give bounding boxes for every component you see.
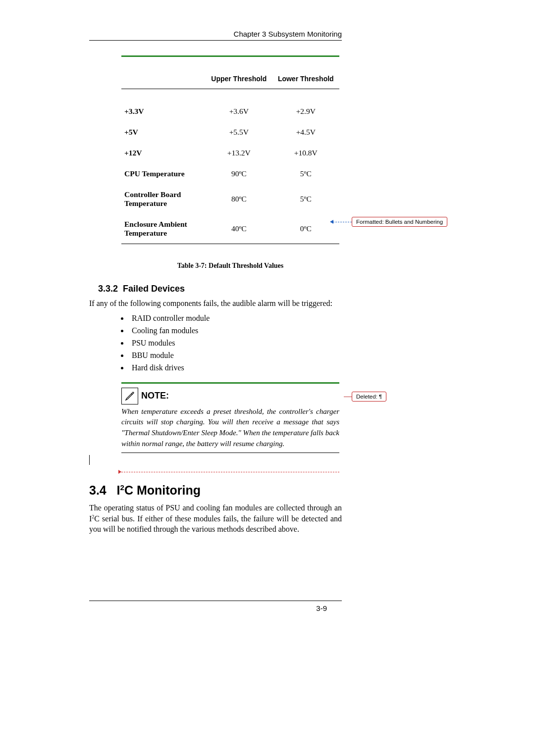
table-row: +12V+13.2V+10.8V [121, 143, 339, 163]
comment-formatted-balloon[interactable]: Formatted: Bullets and Numbering [352, 217, 447, 227]
footer-rule [89, 601, 342, 601]
note-box: NOTE: When temperature exceeds a preset … [121, 382, 339, 453]
note-body: When temperature exceeds a preset thresh… [121, 406, 339, 450]
revision-deletion-line [121, 472, 339, 472]
col-blank [121, 69, 206, 89]
comment-connector-line [344, 397, 352, 397]
col-lower: Lower Threshold [272, 69, 339, 89]
failed-devices-list: RAID controller module Cooling fan modul… [119, 314, 342, 372]
chapter-header: Chapter 3 Subsystem Monitoring [89, 30, 342, 38]
threshold-table: Upper Threshold Lower Threshold +3.3V+3.… [121, 55, 339, 256]
table-row: +3.3V+3.6V+2.9V [121, 101, 339, 122]
table-row: Controller Board Temperature80ºC5ºC [121, 184, 339, 214]
table-row: +5V+5.5V+4.5V [121, 122, 339, 143]
page-number: 3-9 [89, 604, 342, 612]
header-rule [89, 40, 342, 41]
list-item: Hard disk drives [129, 363, 342, 372]
section-number: 3.3.2 [98, 284, 118, 294]
table-row: Enclosure Ambient Temperature40ºC0ºC [121, 214, 339, 244]
comment-deleted-balloon[interactable]: Deleted: ¶ [352, 392, 386, 402]
table-header-row: Upper Threshold Lower Threshold [121, 69, 339, 89]
comment-text: Deleted: ¶ [356, 394, 382, 400]
page-footer: 3-9 [89, 601, 342, 612]
list-item: BBU module [129, 351, 342, 360]
table-caption: Table 3-7: Default Threshold Values [121, 262, 339, 270]
comment-text: Formatted: Bullets and Numbering [356, 219, 443, 225]
insertion-cursor [89, 455, 90, 465]
list-item: RAID controller module [129, 314, 342, 323]
section-332-heading: 3.3.2 Failed Devices [98, 284, 342, 294]
table-row: CPU Temperature90ºC5ºC [121, 163, 339, 184]
section-number: 3.4 [89, 483, 107, 497]
note-icon [121, 388, 138, 404]
col-upper: Upper Threshold [206, 69, 272, 89]
list-item: PSU modules [129, 339, 342, 348]
comment-connector-line [333, 222, 352, 222]
section-332-intro: If any of the following components fails… [89, 298, 342, 309]
section-34-heading: 3.4 I2C Monitoring [89, 483, 342, 498]
section-title-text: Failed Devices [123, 284, 185, 294]
note-label: NOTE: [141, 391, 169, 401]
list-item: Cooling fan modules [129, 326, 342, 335]
section-34-body: The operating status of PSU and cooling … [89, 503, 342, 535]
